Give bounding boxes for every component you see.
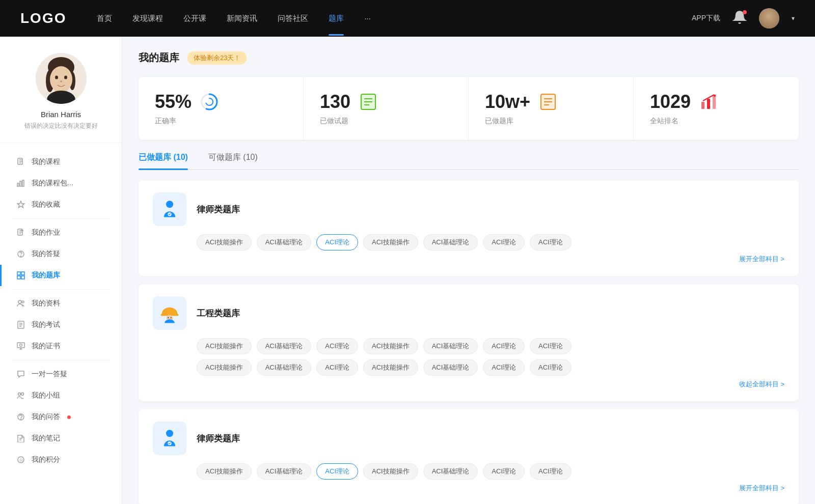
qbank-expand-2[interactable]: 展开全部科目 > [153,484,784,493]
tab-done-banks[interactable]: 已做题库 (10) [139,152,188,169]
qbank-tag-2-6[interactable]: ACI理论 [530,463,572,480]
qbank-tag-1-r2-3[interactable]: ACI技能操作 [363,359,418,376]
nav-chevron-icon[interactable]: ▾ [792,15,795,22]
qbank-tags-2: ACI技能操作 ACI基础理论 ACI理论 ACI技能操作 ACI基础理论 AC… [197,463,784,480]
svg-point-34 [206,98,213,105]
svg-rect-20 [21,276,24,279]
qbank-tag-1-r1-6[interactable]: ACI理论 [530,338,572,354]
sidebar-item-exam[interactable]: 我的考试 [0,314,122,335]
sidebar-item-myqa[interactable]: 我的问答 [0,406,122,428]
qbank-tag-1-r1-0[interactable]: ACI技能操作 [197,338,252,354]
qbank-tag-0-3[interactable]: ACI技能操作 [363,234,418,250]
main-content: 我的题库 体验剩余23天！ 55% 正确率 [122,37,815,504]
svg-point-29 [20,419,21,419]
qbank-expand-0[interactable]: 展开全部科目 > [153,255,784,264]
stat-top-accuracy: 55% [155,91,287,113]
svg-rect-24 [17,343,24,348]
chart-bar-icon [16,179,25,188]
qbank-icon-lawyer-0 [153,192,186,226]
nav-link-open[interactable]: 公开课 [183,14,206,23]
qbank-tag-2-3[interactable]: ACI技能操作 [363,463,418,480]
sidebar-menu: 我的课程 我的课程包... 我的收藏 我的作业 [0,147,122,474]
qbank-tag-0-1[interactable]: ACI基础理论 [257,234,312,250]
nav-avatar[interactable] [759,8,779,29]
nav-app-download[interactable]: APP下载 [692,14,720,23]
qbank-tag-1-r2-6[interactable]: ACI理论 [530,359,572,376]
stat-card-accuracy: 55% 正确率 [139,77,304,140]
qbank-tag-1-r1-1[interactable]: ACI基础理论 [257,338,312,354]
sidebar-item-favorites[interactable]: 我的收藏 [0,194,122,215]
stat-label-accuracy: 正确率 [155,117,287,126]
qbank-tag-0-2[interactable]: ACI理论 [316,234,358,250]
sidebar-item-notes[interactable]: 我的笔记 [0,428,122,449]
qbank-tag-1-r1-3[interactable]: ACI技能操作 [363,338,418,354]
qbank-tag-2-1[interactable]: ACI基础理论 [257,463,312,480]
sidebar-item-points[interactable]: 分 我的积分 [0,449,122,470]
nav-link-discover[interactable]: 发现课程 [132,14,163,23]
sidebar-label-group: 我的小组 [32,391,60,400]
svg-point-21 [18,300,21,303]
sidebar-username: Brian Harris [41,110,81,119]
qbank-tag-0-4[interactable]: ACI基础理论 [423,234,478,250]
qbank-tags-1-row2: ACI技能操作 ACI基础理论 ACI理论 ACI技能操作 ACI基础理论 AC… [197,359,784,376]
svg-point-55 [166,430,173,437]
qbank-tag-1-r1-5[interactable]: ACI理论 [483,338,525,354]
sidebar-motto: 错误的决定比没有决定要好 [14,122,108,130]
sidebar-item-packages[interactable]: 我的课程包... [0,173,122,194]
nav-bell[interactable] [732,10,747,26]
nav-link-qbank[interactable]: 题库 [329,14,344,23]
qbank-tag-2-5[interactable]: ACI理论 [483,463,525,480]
qbank-tag-1-r2-4[interactable]: ACI基础理论 [423,359,478,376]
svg-point-7 [60,81,62,82]
qbank-collapse-1[interactable]: 收起全部科目 > [153,380,784,389]
qbank-tag-1-r2-5[interactable]: ACI理论 [483,359,525,376]
sidebar-label-profile: 我的资料 [32,299,60,308]
qbank-tags-0: ACI技能操作 ACI基础理论 ACI理论 ACI技能操作 ACI基础理论 AC… [197,234,784,250]
score-icon: 分 [16,455,25,464]
sidebar-item-qbank[interactable]: 我的题库 [0,265,122,286]
nav-link-more[interactable]: ··· [364,14,371,23]
doc-icon [16,228,25,237]
sidebar-item-cert[interactable]: 我的证书 [0,335,122,357]
qbank-tag-1-r2-1[interactable]: ACI基础理论 [257,359,312,376]
sidebar-label-qa: 我的答疑 [32,249,60,259]
qbank-tag-1-r2-2[interactable]: ACI理论 [316,359,358,376]
sidebar-item-qa[interactable]: 我的答疑 [0,243,122,265]
qbank-tag-2-2[interactable]: ACI理论 [316,463,358,480]
nav-logo: LOGO [20,10,66,26]
page-title: 我的题库 [139,51,179,65]
qa-notification-dot [67,415,71,419]
stat-card-done-q: 130 已做试题 [304,77,469,140]
qbank-tag-0-5[interactable]: ACI理论 [483,234,525,250]
qbank-tag-1-r2-0[interactable]: ACI技能操作 [197,359,252,376]
sidebar-label-1on1: 一对一答疑 [32,370,67,379]
svg-point-26 [18,393,21,396]
qbank-title-0: 律师类题库 [197,204,240,215]
stat-icon-done-q [358,91,379,113]
svg-rect-17 [17,272,20,275]
nav-link-home[interactable]: 首页 [97,14,112,23]
qbank-tag-2-4[interactable]: ACI基础理论 [423,463,478,480]
sidebar-item-profile[interactable]: 我的资料 [0,293,122,314]
stat-top-done-banks: 10w+ [485,91,617,113]
sidebar-item-courses[interactable]: 我的课程 [0,151,122,173]
tab-available-banks[interactable]: 可做题库 (10) [208,152,258,169]
qbank-tag-0-6[interactable]: ACI理论 [530,234,572,250]
qbank-tag-2-0[interactable]: ACI技能操作 [197,463,252,480]
svg-text:分: 分 [19,458,23,463]
qbank-tag-0-0[interactable]: ACI技能操作 [197,234,252,250]
sidebar-label-homework: 我的作业 [32,228,60,237]
svg-rect-12 [22,180,24,186]
qbank-card-1: 工程类题库 ACI技能操作 ACI基础理论 ACI理论 ACI技能操作 ACI基… [139,284,799,401]
svg-rect-10 [17,183,19,186]
sidebar-item-group[interactable]: 我的小组 [0,385,122,406]
sidebar-divider-1 [12,218,110,219]
svg-rect-47 [713,96,716,109]
qbank-tag-1-r1-4[interactable]: ACI基础理论 [423,338,478,354]
group-icon [16,391,25,400]
sidebar-item-1on1[interactable]: 一对一答疑 [0,363,122,385]
nav-link-qa[interactable]: 问答社区 [278,14,308,23]
sidebar-item-homework[interactable]: 我的作业 [0,222,122,243]
qbank-tag-1-r1-2[interactable]: ACI理论 [316,338,358,354]
nav-link-news[interactable]: 新闻资讯 [227,14,257,23]
